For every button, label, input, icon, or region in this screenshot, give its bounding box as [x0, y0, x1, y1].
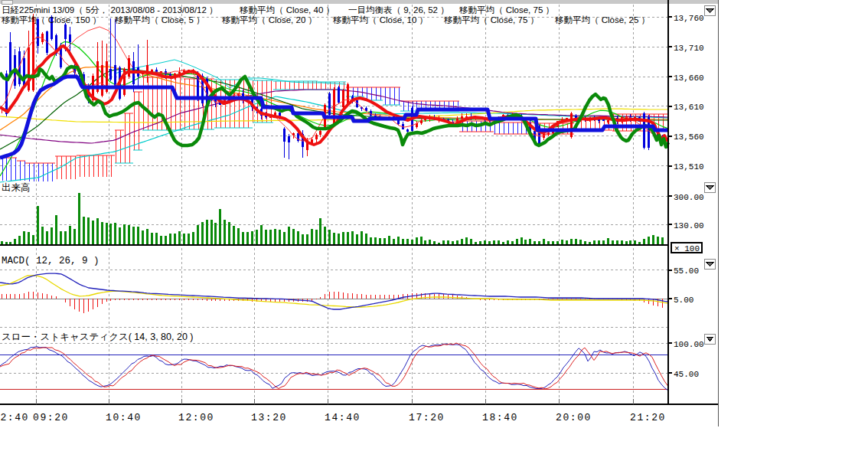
svg-text:出来高: 出来高 — [2, 182, 31, 193]
svg-text:12:00: 12:00 — [178, 412, 214, 423]
svg-text:13,710: 13,710 — [674, 44, 704, 53]
svg-text:100.00: 100.00 — [674, 340, 704, 349]
svg-text:130.00: 130.00 — [674, 221, 704, 230]
svg-text:300.00: 300.00 — [674, 193, 704, 202]
svg-text:日経225mini 13/09（ 5分， 2013/08/0: 日経225mini 13/09（ 5分， 2013/08/08 - 2013/0… — [2, 5, 554, 15]
svg-text:09:20: 09:20 — [33, 412, 69, 423]
svg-text:13,610: 13,610 — [674, 103, 704, 112]
svg-text:5.00: 5.00 — [674, 296, 693, 305]
svg-text:55.00: 55.00 — [674, 266, 699, 276]
svg-text:17:20: 17:20 — [409, 412, 445, 423]
svg-text:10:40: 10:40 — [106, 412, 142, 423]
svg-text:45.00: 45.00 — [674, 370, 699, 379]
svg-text:スロー・ストキャスティクス( 14, 3, 80, 20 ): スロー・ストキャスティクス( 14, 3, 80, 20 ) — [2, 332, 194, 342]
svg-text:02:40: 02:40 — [0, 412, 29, 423]
svg-text:13,510: 13,510 — [674, 162, 704, 172]
svg-text:× 100: × 100 — [674, 244, 700, 253]
svg-text:13:20: 13:20 — [251, 412, 287, 423]
svg-text:21:20: 21:20 — [630, 412, 666, 423]
svg-text:MACD( 12, 26, 9 ): MACD( 12, 26, 9 ) — [2, 256, 100, 266]
svg-text:13,560: 13,560 — [674, 132, 704, 142]
svg-text:18:40: 18:40 — [482, 412, 518, 423]
svg-text:14:40: 14:40 — [325, 412, 361, 423]
svg-text:13,760: 13,760 — [674, 14, 704, 23]
svg-text:13,660: 13,660 — [674, 74, 704, 83]
svg-text:20:00: 20:00 — [556, 412, 592, 423]
